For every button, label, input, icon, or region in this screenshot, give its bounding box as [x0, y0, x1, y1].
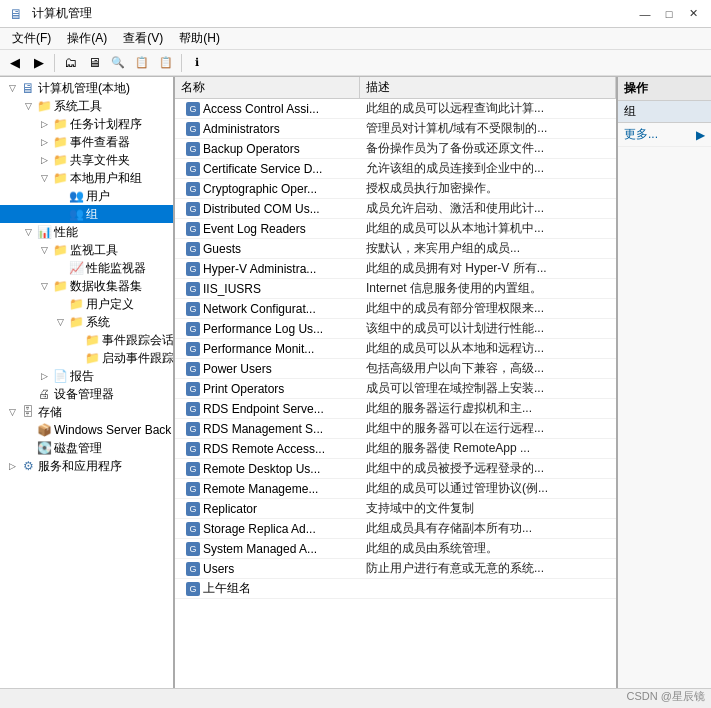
list-item[interactable]: GBackup Operators备份操作员为了备份或还原文件...	[175, 139, 616, 159]
expander-storage[interactable]: ▽	[4, 404, 20, 420]
list-item[interactable]: GNetwork Configurat...此组中的成员有部分管理权限来...	[175, 299, 616, 319]
tree-row-localusers[interactable]: ▽ 📁 本地用户和组	[0, 169, 173, 187]
icon-users-leaf: 👥	[68, 188, 84, 204]
list-item[interactable]: GStorage Replica Ad...此组成员具有存储副本所有功...	[175, 519, 616, 539]
toolbar-computer[interactable]: 🖥	[83, 52, 105, 74]
mid-panel: 名称 描述 GAccess Control Assi...此组的成员可以远程查询…	[175, 77, 616, 688]
expander-systemtools[interactable]: ▽	[20, 98, 36, 114]
tree-row-users-leaf[interactable]: ▷ 👥 用户	[0, 187, 173, 205]
expander-root[interactable]: ▽	[4, 80, 20, 96]
list-item[interactable]: GRemote Desktop Us...此组中的成员被授予远程登录的...	[175, 459, 616, 479]
group-name: Remote Manageme...	[203, 482, 318, 496]
tree-row-systemtools[interactable]: ▽ 📁 系统工具	[0, 97, 173, 115]
tree-row-userdefined[interactable]: ▷ 📁 用户定义	[0, 295, 173, 313]
svg-text:G: G	[189, 264, 196, 274]
list-item[interactable]: GAdministrators管理员对计算机/域有不受限制的...	[175, 119, 616, 139]
list-item[interactable]: GPerformance Log Us...该组中的成员可以计划进行性能...	[175, 319, 616, 339]
header-name[interactable]: 名称	[175, 77, 360, 98]
tree-row-svcapp[interactable]: ▷ ⚙ 服务和应用程序	[0, 457, 173, 475]
actions-more[interactable]: 更多... ▶	[618, 123, 711, 147]
tree-row-task[interactable]: ▷ 📁 任务计划程序	[0, 115, 173, 133]
list-item[interactable]: GSystem Managed A...此组的成员由系统管理。	[175, 539, 616, 559]
group-icon: G	[185, 281, 201, 297]
list-item[interactable]: GEvent Log Readers此组的成员可以从本地计算机中...	[175, 219, 616, 239]
toolbar-paste[interactable]: 📋	[155, 52, 177, 74]
tree-row-reports[interactable]: ▷ 📄 报告	[0, 367, 173, 385]
toolbar-search[interactable]: 🔍	[107, 52, 129, 74]
expander-system[interactable]: ▽	[52, 314, 68, 330]
group-name: Cryptographic Oper...	[203, 182, 317, 196]
menu-view[interactable]: 查看(V)	[115, 28, 171, 49]
tree-row-diskmgmt[interactable]: ▷ 💽 磁盘管理	[0, 439, 173, 457]
toolbar-back[interactable]: ◀	[4, 52, 26, 74]
list-item[interactable]: GAccess Control Assi...此组的成员可以远程查询此计算...	[175, 99, 616, 119]
icon-localusers: 📁	[52, 170, 68, 186]
list-item[interactable]: GPerformance Monit...此组的成员可以从本地和远程访...	[175, 339, 616, 359]
expander-shared[interactable]: ▷	[36, 152, 52, 168]
list-item[interactable]: GDistributed COM Us...成员允许启动、激活和使用此计...	[175, 199, 616, 219]
tree-row-devicemgr[interactable]: ▷ 🖨 设备管理器	[0, 385, 173, 403]
tree-row-eventviewer[interactable]: ▷ 📁 事件查看器	[0, 133, 173, 151]
group-icon: G	[185, 121, 201, 137]
expander-monitor[interactable]: ▽	[36, 242, 52, 258]
list-item[interactable]: GGuests按默认，来宾用户组的成员...	[175, 239, 616, 259]
expander-datacollect[interactable]: ▽	[36, 278, 52, 294]
tree-row-shared[interactable]: ▷ 📁 共享文件夹	[0, 151, 173, 169]
group-icon: G	[185, 541, 201, 557]
tree-row-eventsession[interactable]: ▷ 📁 事件跟踪会话	[0, 331, 173, 349]
tree-node-startevent: ▷ 📁 启动事件跟踪会	[0, 349, 173, 367]
tree-row-startevent[interactable]: ▷ 📁 启动事件跟踪会	[0, 349, 173, 367]
toolbar-info[interactable]: ℹ	[186, 52, 208, 74]
list-item[interactable]: G上午组名	[175, 579, 616, 599]
group-icon: G	[185, 141, 201, 157]
tree-row-datacollect[interactable]: ▽ 📁 数据收集器集	[0, 277, 173, 295]
toolbar-forward[interactable]: ▶	[28, 52, 50, 74]
tree-row-root[interactable]: ▽ 🖥 计算机管理(本地)	[0, 79, 173, 97]
menu-file[interactable]: 文件(F)	[4, 28, 59, 49]
tree-row-perf[interactable]: ▽ 📊 性能	[0, 223, 173, 241]
tree-row-system[interactable]: ▽ 📁 系统	[0, 313, 173, 331]
list-item[interactable]: GReplicator支持域中的文件复制	[175, 499, 616, 519]
list-item[interactable]: GCryptographic Oper...授权成员执行加密操作。	[175, 179, 616, 199]
list-item[interactable]: GPrint Operators成员可以管理在域控制器上安装...	[175, 379, 616, 399]
icon-groups-leaf: 👥	[68, 206, 84, 222]
title-bar: 🖥 计算机管理 — □ ✕	[0, 0, 711, 28]
toolbar-folder[interactable]: 🗂	[59, 52, 81, 74]
expander-eventviewer[interactable]: ▷	[36, 134, 52, 150]
list-item[interactable]: GRDS Management S...此组中的服务器可以在运行远程...	[175, 419, 616, 439]
maximize-button[interactable]: □	[659, 6, 679, 22]
group-desc: 支持域中的文件复制	[360, 500, 616, 517]
menu-help[interactable]: 帮助(H)	[171, 28, 228, 49]
list-item[interactable]: GCertificate Service D...允许该组的成员连接到企业中的.…	[175, 159, 616, 179]
list-item[interactable]: GRDS Remote Access...此组的服务器使 RemoteApp .…	[175, 439, 616, 459]
list-item[interactable]: GIIS_IUSRSInternet 信息服务使用的内置组。	[175, 279, 616, 299]
label-system: 系统	[86, 314, 110, 331]
label-perfmonitor: 性能监视器	[86, 260, 146, 277]
close-button[interactable]: ✕	[683, 6, 703, 22]
expander-perf[interactable]: ▽	[20, 224, 36, 240]
tree-node-userdefined: ▷ 📁 用户定义	[0, 295, 173, 313]
tree-row-storage[interactable]: ▽ 🗄 存储	[0, 403, 173, 421]
header-desc[interactable]: 描述	[360, 77, 616, 98]
svg-text:G: G	[189, 324, 196, 334]
label-shared: 共享文件夹	[70, 152, 130, 169]
svg-text:G: G	[189, 344, 196, 354]
expander-task[interactable]: ▷	[36, 116, 52, 132]
expander-localusers[interactable]: ▽	[36, 170, 52, 186]
expander-reports[interactable]: ▷	[36, 368, 52, 384]
list-item[interactable]: GRemote Manageme...此组的成员可以通过管理协议(例...	[175, 479, 616, 499]
list-item[interactable]: GPower Users包括高级用户以向下兼容，高级...	[175, 359, 616, 379]
tree-row-monitor[interactable]: ▽ 📁 监视工具	[0, 241, 173, 259]
menu-action[interactable]: 操作(A)	[59, 28, 115, 49]
tree-node-groups-leaf: ▷ 👥 组	[0, 205, 173, 223]
group-desc: 此组的成员可以远程查询此计算...	[360, 100, 616, 117]
list-item[interactable]: GUsers防止用户进行有意或无意的系统...	[175, 559, 616, 579]
expander-svcapp[interactable]: ▷	[4, 458, 20, 474]
minimize-button[interactable]: —	[635, 6, 655, 22]
toolbar-copy[interactable]: 📋	[131, 52, 153, 74]
tree-row-winserverback[interactable]: ▷ 📦 Windows Server Back	[0, 421, 173, 439]
list-item[interactable]: GRDS Endpoint Serve...此组的服务器运行虚拟机和主...	[175, 399, 616, 419]
tree-row-perfmonitor[interactable]: ▷ 📈 性能监视器	[0, 259, 173, 277]
list-item[interactable]: GHyper-V Administra...此组的成员拥有对 Hyper-V 所…	[175, 259, 616, 279]
tree-row-groups-leaf[interactable]: ▷ 👥 组	[0, 205, 173, 223]
